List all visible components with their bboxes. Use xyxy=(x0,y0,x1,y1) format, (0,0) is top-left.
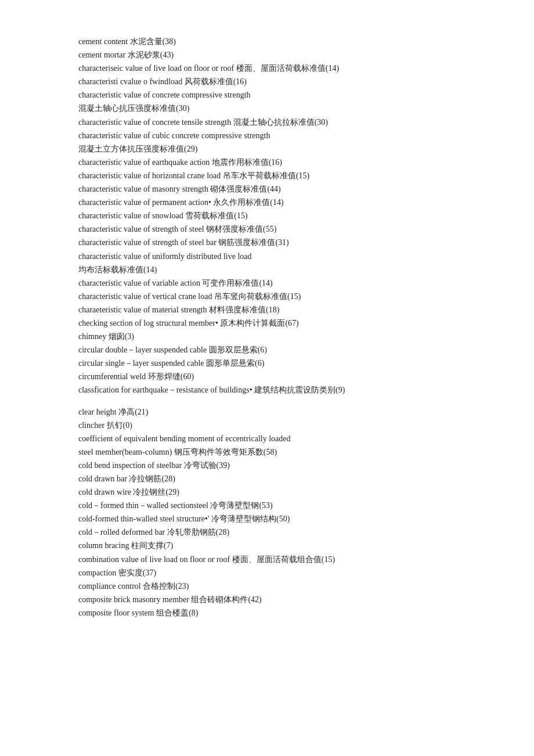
list-item: characteristic value of strength of stee… xyxy=(78,236,456,249)
list-item: clear height 净高(21) xyxy=(78,405,456,419)
list-item: steel memher(beam-column) 钢压弯构件等效弯矩系数(58… xyxy=(78,445,456,459)
list-item: characteristic value of earthquake actio… xyxy=(78,156,456,169)
list-item: classfication for earthquake－resistance … xyxy=(78,383,456,397)
list-item: circular double－layer suspended cable 圆形… xyxy=(78,343,456,357)
list-item: circumferential weld 环形焊缝(60) xyxy=(78,370,456,383)
list-item: characteristic value of masonry strength… xyxy=(78,182,456,196)
list-item: column bracing 柱间支撑(7) xyxy=(78,539,456,552)
list-item: characteristi cvalue o fwindload 风荷载标准值(… xyxy=(78,75,456,88)
list-item: characteristic value of concrete compres… xyxy=(78,88,456,102)
list-item: cement content 水泥含量(38) xyxy=(78,35,456,48)
blank-line xyxy=(78,397,456,405)
list-item: cold－formed thin－walled sectionsteel 冷弯薄… xyxy=(78,499,456,512)
list-item: checking section of log structural membe… xyxy=(78,316,456,330)
list-item: 混凝土立方体抗压强度标准值(29) xyxy=(78,142,456,156)
list-item: characteriseic value of live load on flo… xyxy=(78,62,456,75)
list-item: cold-formed thin-walled steel structure•… xyxy=(78,512,456,525)
list-item: characteristic value of cubic concrete c… xyxy=(78,129,456,142)
list-item: cold drawn bar 冷拉钢筋(28) xyxy=(78,472,456,485)
list-item: circular single－layer suspended cable 圆形… xyxy=(78,357,456,370)
list-item: cold bend inspection of steelbar 冷弯试验(39… xyxy=(78,459,456,472)
list-item: characteristic value of permanent action… xyxy=(78,196,456,209)
list-item: composite brick masonry member 组合砖砌体构件(4… xyxy=(78,593,456,606)
list-item: clincher 扒钉(0) xyxy=(78,419,456,432)
list-item: cold drawn wire 冷拉钢丝(29) xyxy=(78,485,456,499)
list-item: characteristic value of uniformly distri… xyxy=(78,250,456,263)
list-item: characteristic value of horizontal crane… xyxy=(78,169,456,182)
list-item: chimney 烟囱(3) xyxy=(78,330,456,343)
list-item: cold－rolled deformed bar 冷轧带肋钢筋(28) xyxy=(78,525,456,539)
page-content: cement content 水泥含量(38)cement mortar 水泥砂… xyxy=(78,35,456,620)
list-item: combination value of live load on floor … xyxy=(78,553,456,566)
list-item: characteristic value of variable action … xyxy=(78,276,456,290)
list-item: 均布活标载标准值(14) xyxy=(78,263,456,276)
list-item: characteristic value of concrete tensile… xyxy=(78,116,456,129)
list-item: compliance control 合格控制(23) xyxy=(78,579,456,593)
list-item: 混凝土轴心抗压强度标准值(30) xyxy=(78,102,456,115)
list-item: composite floor system 组合楼盖(8) xyxy=(78,606,456,620)
list-item: compaction 密实度(37) xyxy=(78,566,456,579)
list-item: characteristic value of strength of stee… xyxy=(78,222,456,236)
list-item: charaeteristic value of material strengt… xyxy=(78,303,456,316)
list-item: characteristic value of snowload 雪荷载标准值(… xyxy=(78,209,456,222)
list-item: cement mortar 水泥砂浆(43) xyxy=(78,48,456,62)
list-item: characteristic value of vertical crane l… xyxy=(78,290,456,303)
list-item: coefficient of equivalent bending moment… xyxy=(78,432,456,445)
